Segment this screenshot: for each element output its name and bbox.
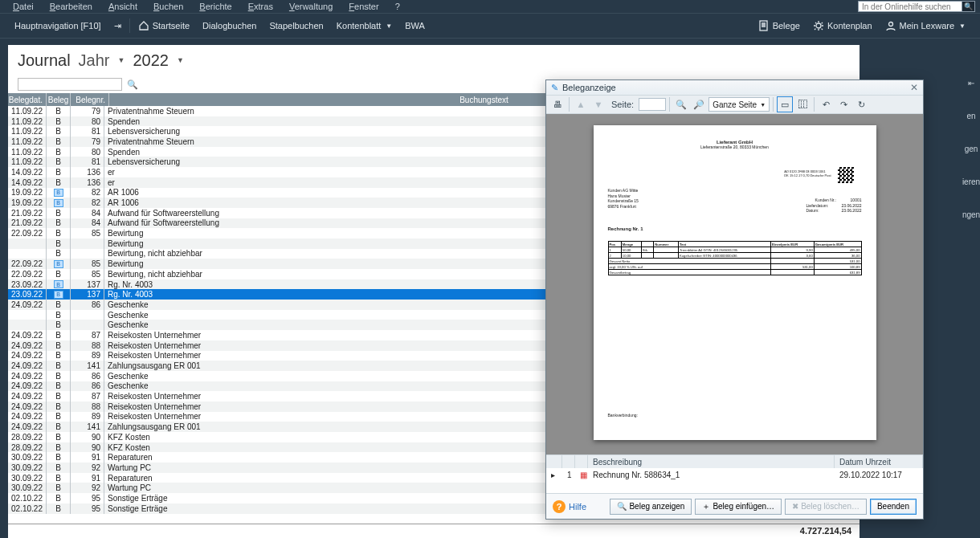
document-viewer[interactable]: Lieferant GmbH Lieferantenstraße 20, 803… — [546, 114, 923, 454]
home-icon — [138, 20, 149, 31]
stapelbuchen-button[interactable]: Stapelbuchen — [263, 14, 329, 38]
redo-icon[interactable]: ↻ — [853, 96, 869, 112]
attachment-icon: B — [54, 280, 63, 288]
belege-button[interactable]: Belege — [752, 20, 806, 31]
view-single-icon[interactable]: ▭ — [777, 96, 793, 112]
pin-icon[interactable]: ⇥ — [108, 14, 128, 38]
page-input[interactable] — [639, 98, 666, 111]
collapsed-side-panel[interactable]: ⇤ en gen ieren ngen — [962, 39, 980, 538]
svg-point-2 — [888, 22, 892, 26]
rotate-right-icon[interactable]: ↷ — [835, 96, 851, 112]
col-belegnr[interactable]: Belegnr. — [71, 93, 109, 106]
svg-point-1 — [816, 23, 821, 28]
close-icon[interactable]: ✕ — [910, 82, 918, 93]
main-nav-toggle[interactable]: Hauptnavigation [F10] — [8, 14, 108, 38]
panel-header: Journal Jahr▼ 2022▼ — [8, 45, 860, 75]
menu-bearbeiten[interactable]: Bearbeiten — [42, 2, 100, 11]
pdf-icon: ▦ — [575, 471, 588, 479]
col-date[interactable]: Belegdat. — [8, 93, 47, 106]
attachment-icon: B — [54, 291, 63, 299]
col-beleg[interactable]: Beleg — [47, 93, 71, 106]
doc-meta: Kunden Nr.:10001 Lieferdatum:23.06.2022 … — [806, 198, 861, 214]
insert-beleg-button[interactable]: ＋Beleg einfügen… — [695, 499, 782, 515]
document-icon — [758, 20, 770, 31]
qr-icon — [838, 167, 854, 183]
help-search-input[interactable] — [858, 1, 962, 12]
help-link[interactable]: ? Hilfe — [553, 500, 586, 513]
menu-berichte[interactable]: Berichte — [191, 2, 239, 11]
year-label: Jahr — [79, 51, 110, 70]
bwa-button[interactable]: BWA — [398, 14, 431, 38]
grid-footer: 4.727.214,54 — [8, 524, 860, 536]
dialogbuchen-button[interactable]: Dialogbuchen — [196, 14, 263, 38]
year-value[interactable]: 2022 — [133, 51, 169, 70]
attachment-list: Beschreibung Datum Uhrzeit ▸ 1 ▦ Rechnun… — [546, 454, 923, 493]
show-beleg-button[interactable]: 🔍Beleg anzeigen — [610, 499, 692, 515]
invoice-table: PosMengeNummerTextEinzelpreis EURGesamtp… — [608, 241, 862, 275]
attachment-icon: B — [54, 189, 63, 197]
menu-extras[interactable]: Extras — [240, 2, 281, 11]
postage-stamp: AD 0120 2F88 03 0003 1061DK 19.12.17 0,7… — [784, 170, 831, 178]
menu-help[interactable]: ? — [387, 2, 408, 11]
edit-icon: ✎ — [551, 83, 558, 93]
beleg-dialog: ✎ Beleganzeige ✕ 🖶 ▲ ▼ Seite: 🔍 🔎 Ganze … — [545, 79, 924, 520]
filter-input[interactable] — [18, 78, 122, 91]
dialog-titlebar[interactable]: ✎ Beleganzeige ✕ — [546, 80, 923, 95]
zoom-in-icon[interactable]: 🔎 — [691, 96, 707, 112]
menubar: Datei Bearbeiten Ansicht Buchen Berichte… — [0, 0, 980, 13]
recipient-address: Kunden AG MitteHans Muster Kundenstraße … — [608, 188, 639, 209]
rotate-left-icon[interactable]: ↶ — [818, 96, 834, 112]
main-area: ⚠ Journal Jahr▼ 2022▼ 🔍 Belegdat. Beleg … — [0, 39, 980, 538]
print-icon[interactable]: 🖶 — [549, 96, 566, 112]
kontenplan-button[interactable]: Kontenplan — [806, 20, 879, 31]
zoom-out-icon[interactable]: 🔍 — [673, 96, 689, 112]
document-page: Lieferant GmbH Lieferantenstraße 20, 803… — [594, 125, 876, 440]
close-button[interactable]: Beenden — [870, 499, 917, 515]
menu-verwaltung[interactable]: Verwaltung — [281, 2, 341, 11]
search-icon[interactable]: 🔍 — [127, 79, 138, 90]
grand-total: 4.727.214,54 — [747, 524, 860, 536]
attachment-icon: B — [54, 199, 63, 207]
row-pointer-icon: ▸ — [546, 471, 562, 479]
zoom-select[interactable]: Ganze Seite▼ — [708, 97, 770, 112]
dialog-title: Beleganzeige — [562, 83, 616, 92]
gear-icon — [813, 20, 824, 31]
mein-lexware-button[interactable]: Mein Lexware▼ — [879, 20, 972, 31]
page-up-icon[interactable]: ▲ — [573, 96, 589, 112]
delete-beleg-button: ✖Beleg löschen… — [785, 499, 867, 515]
pin-right-icon[interactable]: ⇤ — [968, 79, 974, 88]
dialog-footer: ? Hilfe 🔍Beleg anzeigen ＋Beleg einfügen…… — [546, 493, 923, 519]
attachment-row[interactable]: ▸ 1 ▦ Rechnung Nr. 588634_1 29.10.2022 1… — [546, 468, 923, 481]
help-icon: ? — [553, 500, 566, 513]
page-down-icon[interactable]: ▼ — [590, 96, 606, 112]
dialog-toolbar: 🖶 ▲ ▼ Seite: 🔍 🔎 Ganze Seite▼ ▭ ⿲ ↶ ↷ ↻ — [546, 95, 923, 114]
svg-rect-0 — [760, 21, 767, 31]
user-icon — [885, 20, 896, 31]
menu-buchen[interactable]: Buchen — [145, 2, 191, 11]
menu-datei[interactable]: Datei — [5, 2, 42, 11]
kontenblatt-button[interactable]: Kontenblatt▼ — [330, 14, 399, 38]
home-button[interactable]: Startseite — [132, 14, 196, 38]
help-search-button[interactable]: 🔍 — [962, 1, 975, 12]
menu-ansicht[interactable]: Ansicht — [100, 2, 145, 11]
page-label: Seite: — [608, 100, 637, 109]
invoice-number: Rechnung Nr. 1 — [608, 226, 643, 231]
view-double-icon[interactable]: ⿲ — [794, 96, 811, 112]
page-title: Journal — [18, 51, 71, 70]
menu-fenster[interactable]: Fenster — [341, 2, 386, 11]
help-search: 🔍 — [858, 1, 975, 12]
toolbar: Hauptnavigation [F10] ⇥ Startseite Dialo… — [0, 13, 980, 39]
attachment-icon: B — [54, 260, 63, 268]
